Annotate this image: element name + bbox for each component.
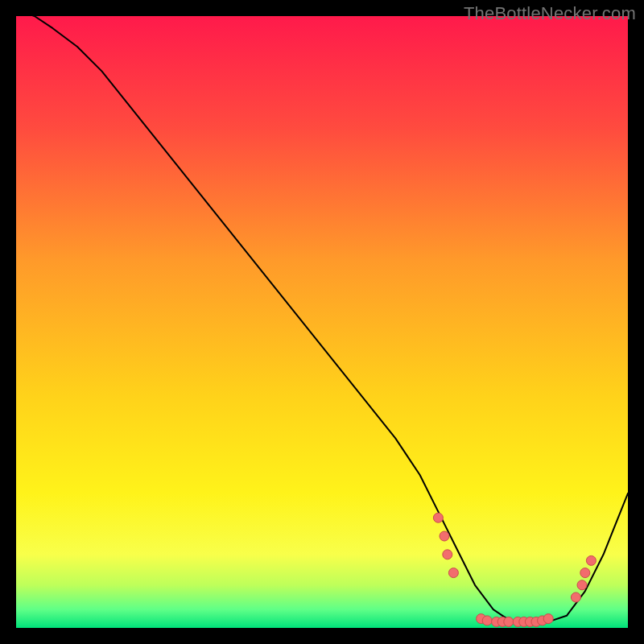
data-point <box>586 555 596 565</box>
data-point <box>433 513 443 522</box>
data-point <box>543 614 553 624</box>
bottleneck-chart <box>16 16 628 628</box>
gradient-background <box>16 16 628 628</box>
data-point <box>440 531 449 541</box>
watermark-text: TheBottleNecker.com <box>464 3 636 24</box>
data-point <box>443 550 452 559</box>
data-point <box>577 580 587 590</box>
data-point <box>504 617 514 626</box>
data-point <box>448 568 458 578</box>
data-point <box>571 592 580 602</box>
data-point <box>482 616 492 625</box>
data-point <box>580 568 590 578</box>
